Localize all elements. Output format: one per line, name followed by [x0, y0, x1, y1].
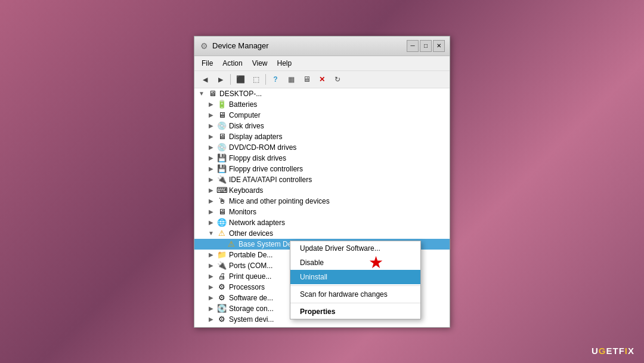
context-sep	[290, 285, 420, 286]
toolbar-sep-2	[265, 74, 266, 85]
properties-button[interactable]: ⬛	[233, 73, 247, 86]
expand-ide[interactable]: ▶	[206, 175, 216, 184]
base-icon: ⚠	[227, 239, 236, 249]
window-icon	[199, 41, 209, 51]
close-button[interactable]: ✕	[433, 40, 445, 52]
software-icon: ⚙	[217, 293, 227, 303]
tree-item-monitors[interactable]: ▶ 🖥 Monitors	[194, 207, 450, 217]
watermark-e: E	[606, 346, 612, 356]
expand-print[interactable]: ▶	[206, 272, 216, 281]
display-icon: 🖥	[217, 132, 227, 141]
toolbar-sep-1	[230, 74, 231, 85]
floppy-label: Floppy disk drives	[229, 154, 286, 162]
menu-help[interactable]: Help	[273, 57, 297, 69]
tree-item-network[interactable]: ▶ 🌐 Network adapters	[194, 217, 450, 228]
other-icon: ⚠	[217, 229, 227, 238]
ports-icon: 🔌	[217, 261, 227, 270]
batteries-icon: 🔋	[217, 100, 227, 109]
context-disable[interactable]: Disable	[290, 256, 420, 270]
help-button[interactable]: ?	[268, 73, 283, 86]
window-title: Device Manager	[212, 41, 403, 50]
expand-floppy[interactable]: ▶	[206, 153, 216, 163]
minimize-button[interactable]: ─	[407, 40, 419, 52]
toolbar: ⬛ ⬚ ? ▦ 🖥 ✕ ↻	[194, 71, 450, 88]
expand-mice[interactable]: ▶	[206, 196, 216, 206]
root-icon: 🖥	[208, 89, 217, 99]
tree-item-ide[interactable]: ▶ 🔌 IDE ATA/ATAPI controllers	[194, 174, 450, 185]
system-label: System devi...	[229, 315, 274, 324]
remove-button[interactable]: ✕	[315, 73, 329, 86]
monitors-label: Monitors	[229, 208, 256, 216]
menu-view[interactable]: View	[247, 57, 273, 69]
disk-label: Disk drives	[229, 122, 264, 130]
menu-action[interactable]: Action	[218, 57, 247, 69]
tree-item-disk[interactable]: ▶ 💿 Disk drives	[194, 121, 450, 131]
tree-item-floppy[interactable]: ▶ 💾 Floppy disk drives	[194, 153, 450, 164]
scan-button[interactable]: ↻	[330, 73, 345, 86]
back-button[interactable]	[198, 73, 212, 86]
tree-item-mice[interactable]: ▶ 🖱 Mice and other pointing devices	[194, 196, 450, 207]
tree-item-batteries[interactable]: ▶ 🔋 Batteries	[194, 99, 450, 110]
expand-batteries[interactable]: ▶	[206, 100, 216, 109]
expand-software[interactable]: ▶	[206, 293, 216, 303]
computer-label: Computer	[229, 111, 261, 119]
tree-item-computer[interactable]: ▶ 🖥 Computer	[194, 110, 450, 121]
expand-dvd[interactable]: ▶	[206, 143, 216, 152]
tree-item-floppy-ctrl[interactable]: ▶ 💾 Floppy drive controllers	[194, 164, 450, 174]
expand-disk[interactable]: ▶	[206, 121, 216, 131]
expand-processors[interactable]: ▶	[206, 282, 216, 292]
portable-icon: 📁	[217, 250, 227, 260]
watermark-u: U	[592, 346, 599, 356]
processors-icon: ⚙	[217, 282, 227, 292]
tree-item-other[interactable]: ▼ ⚠ Other devices	[194, 228, 450, 239]
context-properties[interactable]: Properties	[290, 304, 420, 319]
showhide-button[interactable]: ⬚	[249, 73, 263, 86]
watermark-f: F	[619, 346, 625, 356]
processors-label: Processors	[229, 283, 265, 291]
expand-root[interactable]: ▼	[197, 89, 206, 99]
device-manager-window: Device Manager ─ □ ✕ File Action View He…	[194, 36, 450, 328]
ide-icon: 🔌	[217, 175, 227, 184]
expand-monitors[interactable]: ▶	[206, 207, 216, 217]
dvd-label: DVD/CD-ROM drives	[229, 143, 296, 152]
floppy-ctrl-label: Floppy drive controllers	[229, 165, 303, 173]
watermark-x: X	[628, 346, 634, 356]
print-icon: 🖨	[217, 272, 227, 281]
menu-file[interactable]: File	[197, 57, 218, 69]
other-label: Other devices	[229, 229, 273, 238]
context-uninstall[interactable]: Uninstall	[290, 270, 420, 284]
tree-item-dvd[interactable]: ▶ 💿 DVD/CD-ROM drives	[194, 142, 450, 153]
mice-icon: 🖱	[217, 196, 227, 206]
keyboard-label: Keyboards	[229, 186, 263, 195]
expand-ports[interactable]: ▶	[206, 261, 216, 270]
expand-floppy-ctrl[interactable]: ▶	[206, 164, 216, 174]
forward-button[interactable]	[213, 73, 228, 86]
expand-keyboard[interactable]: ▶	[206, 186, 216, 195]
maximize-button[interactable]: □	[420, 40, 432, 52]
watermark: UGETFIX	[592, 346, 634, 356]
print-label: Print queue...	[229, 272, 271, 281]
expand-network[interactable]: ▶	[206, 218, 216, 227]
context-scan[interactable]: Scan for hardware changes	[290, 287, 420, 302]
window-controls: ─ □ ✕	[407, 40, 445, 52]
expand-display[interactable]: ▶	[206, 132, 216, 141]
tree-item-display[interactable]: ▶ 🖥 Display adapters	[194, 131, 450, 142]
tree-area[interactable]: ▼ 🖥 DESKTOP-... ▶ 🔋 Batteries ▶ 🖥 Comput…	[194, 88, 450, 327]
expand-storage[interactable]: ▶	[206, 304, 216, 313]
dvd-icon: 💿	[217, 143, 227, 152]
software-label: Software de...	[229, 294, 273, 302]
context-update-driver[interactable]: Update Driver Software...	[290, 241, 420, 256]
tree-item-keyboard[interactable]: ▶ ⌨ Keyboards	[194, 185, 450, 196]
tree-root[interactable]: ▼ 🖥 DESKTOP-...	[194, 88, 450, 99]
expand-computer[interactable]: ▶	[206, 110, 216, 120]
floppy-icon: 💾	[217, 153, 227, 163]
props2-button[interactable]: ▦	[284, 73, 298, 86]
keyboard-icon: ⌨	[217, 186, 227, 195]
expand-system[interactable]: ▶	[206, 315, 216, 324]
expand-other[interactable]: ▼	[206, 229, 216, 238]
driver-button[interactable]: 🖥	[299, 73, 314, 86]
display-label: Display adapters	[229, 133, 282, 141]
portable-label: Portable De...	[229, 251, 273, 259]
ports-label: Ports (COM...	[229, 262, 273, 270]
expand-portable[interactable]: ▶	[206, 250, 216, 260]
